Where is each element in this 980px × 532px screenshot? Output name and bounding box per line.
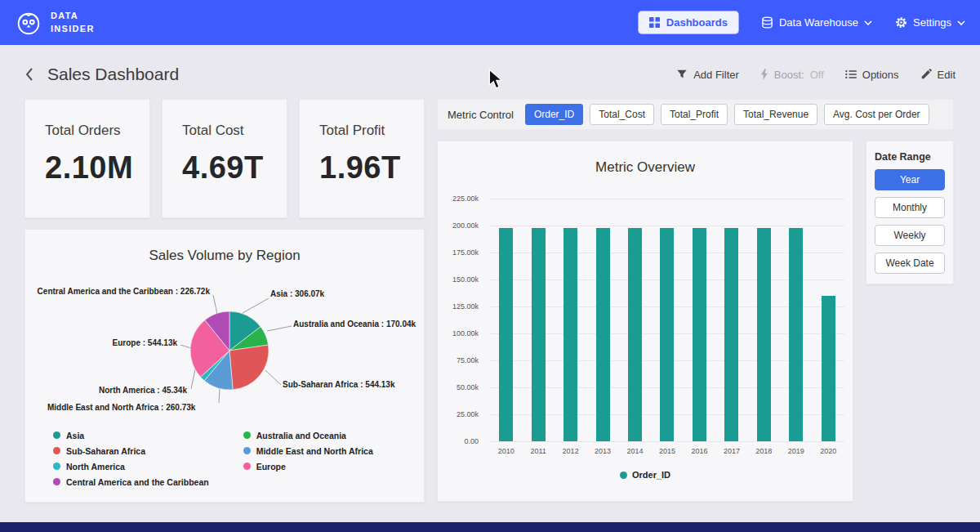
metric-button[interactable]: Avg. Cost per Order — [824, 104, 929, 125]
legend-color-dot — [243, 447, 251, 454]
legend-item: Central America and the Caribbean — [53, 474, 209, 490]
data-warehouse-label: Data Warehouse — [779, 16, 858, 29]
bar-2016[interactable] — [693, 228, 706, 441]
x-axis-label: 2012 — [555, 447, 586, 455]
sales-volume-card: Sales Volume by Region Central America a… — [24, 229, 425, 503]
date-range-button[interactable]: Year — [875, 169, 945, 190]
back-button[interactable] — [24, 66, 34, 83]
toolbar-actions: Add Filter Boost: Off Options — [676, 69, 956, 81]
chevron-down-icon — [957, 20, 965, 25]
pie-slice[interactable] — [229, 345, 269, 390]
kpi-card: Total Profit1.96T — [299, 99, 425, 218]
legend-color-dot — [243, 431, 251, 439]
bar-chart-title: Metric Overview — [438, 141, 853, 176]
bar-2015[interactable] — [660, 228, 674, 441]
dashboards-button[interactable]: Dashboards — [639, 11, 738, 34]
bar-2014[interactable] — [628, 228, 642, 441]
metric-button[interactable]: Total_Cost — [590, 104, 654, 125]
bar-slot — [555, 199, 586, 441]
x-axis-label: 2013 — [586, 447, 618, 455]
top-nav: Dashboards Data Warehouse — [639, 11, 965, 34]
legend-item: Sub-Saharan Africa — [53, 443, 209, 458]
metric-button[interactable]: Total_Profit — [661, 104, 728, 125]
x-axis-label: 2020 — [813, 447, 844, 455]
legend-label: Asia — [66, 431, 84, 440]
pie-callout: Asia : 306.07k — [270, 289, 324, 298]
add-filter-button[interactable]: Add Filter — [676, 69, 739, 81]
legend-item: Asia — [53, 427, 209, 443]
pie-callout: Australia and Oceania : 170.04k — [293, 320, 416, 329]
bolt-icon — [760, 69, 768, 80]
chevron-left-icon — [24, 66, 34, 83]
bar-slot — [490, 199, 522, 441]
add-filter-label: Add Filter — [693, 69, 739, 81]
metric-control-label: Metric Control — [448, 109, 514, 121]
legend-color-dot — [53, 463, 60, 470]
date-range-button[interactable]: Weekly — [875, 225, 945, 246]
y-axis-tick: 200.00k — [452, 221, 479, 230]
kpi-card: Total Cost4.69T — [162, 99, 287, 218]
x-axis-label: 2010 — [490, 447, 522, 455]
funnel-icon — [676, 69, 688, 80]
kpi-value: 1.96T — [319, 150, 424, 186]
metric-buttons: Order_IDTotal_CostTotal_ProfitTotal_Reve… — [525, 104, 929, 125]
footer-bar — [0, 522, 980, 532]
bar-2010[interactable] — [499, 228, 513, 441]
y-axis-tick: 125.00k — [452, 302, 479, 311]
brand: DATA INSIDER — [15, 9, 95, 37]
boost-toggle[interactable]: Boost: Off — [760, 69, 824, 81]
pie-callout: Sub-Saharan Africa : 544.13k — [283, 380, 394, 389]
kpi-label: Total Profit — [319, 123, 424, 139]
list-icon — [845, 69, 857, 79]
legend-label: Europe — [256, 462, 286, 472]
legend-label: Australia and Oceania — [256, 431, 346, 440]
legend-label: Order_ID — [632, 470, 670, 480]
bar-2012[interactable] — [564, 228, 577, 441]
pie-callout: Central America and the Caribbean : 226.… — [38, 287, 210, 296]
metric-button[interactable]: Order_ID — [525, 104, 583, 125]
y-axis: 225.00k200.00k175.00k150.00k125.00k100.0… — [438, 199, 485, 441]
legend-color-dot — [53, 431, 60, 439]
bars-container — [490, 199, 844, 441]
date-range-label: Date Range — [875, 151, 945, 163]
kpi-label: Total Cost — [182, 123, 287, 139]
pie-chart-title: Sales Volume by Region — [25, 230, 424, 264]
bar-slot — [586, 199, 618, 441]
legend-item: Australia and Oceania — [243, 427, 373, 443]
legend-label: North America — [66, 462, 125, 472]
bar-2019[interactable] — [789, 228, 803, 441]
dashboard-toolbar: Sales Dashboard Add Filter Boost: Off — [0, 45, 980, 99]
y-axis-tick: 25.00k — [457, 410, 479, 418]
bar-slot — [813, 199, 844, 441]
date-range-button[interactable]: Monthly — [875, 197, 945, 218]
page-title: Sales Dashboard — [47, 65, 179, 84]
x-axis-label: 2017 — [715, 447, 747, 455]
x-axis-label: 2015 — [651, 447, 683, 455]
bar-2017[interactable] — [724, 228, 738, 441]
legend-color-dot — [53, 447, 60, 454]
bar-2018[interactable] — [757, 228, 771, 441]
dashboards-label: Dashboards — [666, 16, 728, 29]
bar-slot — [522, 199, 554, 441]
bar-slot — [619, 199, 651, 441]
date-range-button[interactable]: Week Date — [875, 253, 945, 274]
dashboard-content: Total Orders2.10MTotal Cost4.69TTotal Pr… — [0, 99, 980, 503]
kpi-value: 2.10M — [45, 150, 149, 186]
metric-overview-card: Metric Overview 225.00k200.00k175.00k150… — [437, 141, 853, 502]
x-axis: 2010201120122013201420152016201720182019… — [490, 447, 844, 455]
dashboards-grid-icon — [649, 17, 660, 28]
legend-label: Sub-Saharan Africa — [66, 446, 145, 456]
kpi-label: Total Orders — [45, 123, 149, 139]
y-axis-tick: 0.00 — [464, 437, 479, 445]
bar-2011[interactable] — [532, 228, 546, 441]
bar-2020[interactable] — [822, 296, 835, 441]
data-warehouse-menu[interactable]: Data Warehouse — [761, 16, 872, 29]
settings-menu[interactable]: Settings — [895, 16, 965, 29]
y-axis-tick: 150.00k — [452, 275, 479, 284]
settings-label: Settings — [913, 16, 951, 29]
options-button[interactable]: Options — [845, 69, 899, 81]
metric-button[interactable]: Total_Revenue — [734, 104, 817, 125]
edit-button[interactable]: Edit — [920, 69, 956, 81]
x-axis-label: 2011 — [522, 447, 554, 455]
bar-2013[interactable] — [596, 228, 610, 441]
